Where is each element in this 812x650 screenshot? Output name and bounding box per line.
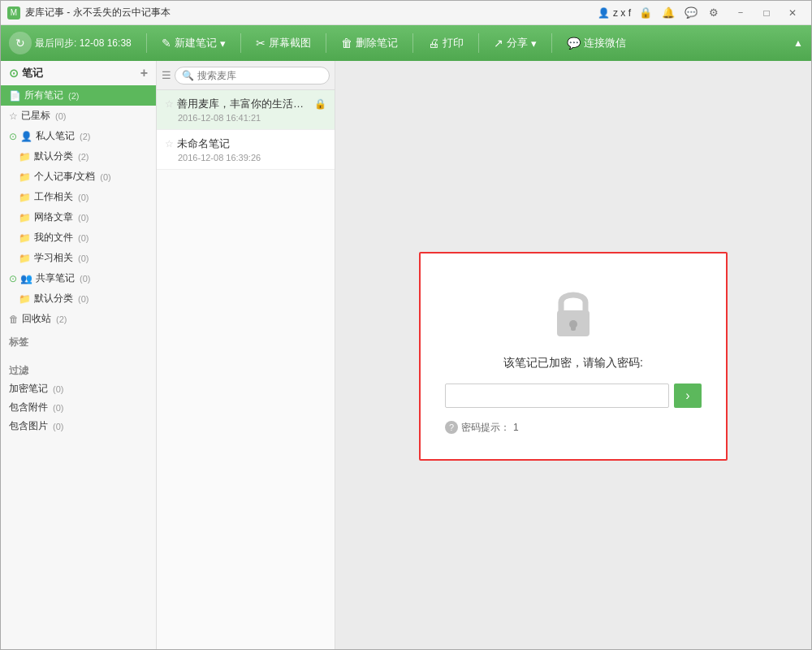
- sidebar-item-encrypted[interactable]: 加密笔记 (0): [1, 379, 156, 398]
- dialog-message: 该笔记已加密，请输入密码:: [503, 356, 643, 370]
- all-notes-label: 所有笔记: [24, 89, 63, 102]
- note-star-2[interactable]: ☆: [165, 138, 174, 150]
- bell-icon[interactable]: 🔔: [660, 5, 676, 21]
- document-icon: 📄: [9, 90, 21, 102]
- my-files-count: (0): [78, 233, 89, 243]
- trash-count: (2): [56, 314, 67, 324]
- delete-icon: 🗑: [341, 37, 352, 50]
- shared-expand-icon: ⊙: [9, 273, 17, 284]
- add-note-button[interactable]: +: [140, 66, 148, 80]
- private-notes-label: 私人笔记: [36, 129, 75, 143]
- sidebar-item-trash[interactable]: 🗑 回收站 (2): [1, 309, 156, 329]
- attachment-count: (0): [53, 403, 63, 413]
- new-note-dropdown-icon: ▾: [220, 37, 226, 50]
- toolbar-separator-4: [412, 33, 413, 53]
- search-input[interactable]: [197, 70, 322, 81]
- collapse-button[interactable]: ▲: [793, 37, 803, 49]
- window-controls: － □ ✕: [728, 5, 805, 21]
- svg-rect-2: [571, 324, 576, 331]
- note-star-1[interactable]: ☆: [165, 98, 174, 110]
- note-date-2: 2016-12-08 16:39:26: [165, 153, 326, 162]
- print-button[interactable]: 🖨 打印: [420, 32, 472, 54]
- password-submit-button[interactable]: ›: [674, 384, 702, 408]
- shared-notes-count: (0): [80, 274, 90, 284]
- personal-docs-label: 个人记事/文档: [34, 170, 95, 184]
- search-box[interactable]: 🔍: [175, 67, 330, 84]
- toolbar-separator-6: [551, 33, 552, 53]
- sidebar-item-starred[interactable]: ☆ 已星标 (0): [1, 106, 156, 126]
- sidebar-item-with-attachment[interactable]: 包含附件 (0): [1, 398, 156, 417]
- trash-icon: 🗑: [9, 314, 19, 325]
- default-category-label: 默认分类: [34, 150, 73, 163]
- app-icon: M: [7, 6, 20, 20]
- web-articles-count: (0): [78, 213, 89, 223]
- sidebar-item-with-images[interactable]: 包含图片 (0): [1, 417, 156, 436]
- sidebar-item-shared-notes[interactable]: ⊙ 👥 共享笔记 (0): [1, 268, 156, 288]
- toolbar-separator-5: [478, 33, 479, 53]
- private-expand-icon: ⊙: [9, 131, 17, 142]
- new-note-label: 新建笔记: [175, 36, 217, 50]
- screenshot-label: 屏幕截图: [269, 36, 311, 50]
- screenshot-icon: ✂: [256, 37, 266, 50]
- encrypted-count: (0): [53, 384, 63, 394]
- hint-label: 密码提示：: [461, 421, 510, 435]
- maximize-button[interactable]: □: [754, 5, 779, 21]
- title-bar-left: M 麦库记事 - 永不丢失的云中记事本: [7, 6, 171, 20]
- shared-notes-label: 共享笔记: [36, 271, 75, 285]
- folder-icon-6: 📁: [19, 253, 31, 264]
- study-related-count: (0): [78, 254, 89, 263]
- folder-icon-5: 📁: [19, 232, 31, 244]
- delete-note-button[interactable]: 🗑 删除笔记: [333, 32, 406, 54]
- message-icon[interactable]: 💬: [683, 5, 699, 21]
- note-list-toolbar: ☰ 🔍: [157, 61, 335, 90]
- wechat-button[interactable]: 💬 连接微信: [559, 32, 634, 54]
- folder-icon-3: 📁: [19, 192, 31, 203]
- tags-section: 标签: [1, 329, 156, 351]
- settings-icon[interactable]: ⚙: [706, 5, 722, 21]
- notes-expand-icon[interactable]: ⊙: [9, 67, 19, 80]
- sidebar-item-web-articles[interactable]: 📁 网络文章 (0): [1, 207, 156, 228]
- note-item-2[interactable]: ☆ 未命名笔记 2016-12-08 16:39:26: [157, 130, 335, 170]
- sidebar-item-shared-default[interactable]: 📁 默认分类 (0): [1, 288, 156, 309]
- notes-section-header: ⊙ 笔记 +: [1, 61, 156, 85]
- screenshot-button[interactable]: ✂ 屏幕截图: [248, 32, 319, 54]
- toolbar-separator-1: [146, 33, 147, 53]
- star-icon: ☆: [9, 110, 18, 122]
- images-count: (0): [53, 422, 63, 431]
- share-dropdown-icon: ▾: [531, 37, 537, 50]
- list-view-icon[interactable]: ☰: [162, 69, 171, 81]
- starred-count: (0): [55, 111, 66, 121]
- my-files-label: 我的文件: [34, 231, 73, 245]
- note-lock-icon-1: 🔒: [314, 98, 326, 110]
- close-button[interactable]: ✕: [780, 5, 805, 21]
- lock-icon-wrapper: [549, 286, 598, 343]
- note-item-1[interactable]: ☆ 善用麦库，丰富你的生活，辅... 🔒 2016-12-08 16:41:21: [157, 90, 335, 130]
- sidebar-item-all-notes[interactable]: 📄 所有笔记 (2): [1, 85, 156, 106]
- attachment-label: 包含附件: [9, 401, 48, 414]
- password-dialog: 该笔记已加密，请输入密码: › ? 密码提示： 1: [419, 252, 728, 461]
- search-icon: 🔍: [182, 70, 194, 81]
- toolbar-separator-2: [240, 33, 241, 53]
- sidebar-item-study-related[interactable]: 📁 学习相关 (0): [1, 248, 156, 268]
- filter-label: 过滤: [9, 365, 28, 376]
- sidebar-item-default-category[interactable]: 📁 默认分类 (2): [1, 146, 156, 167]
- trash-label: 回收站: [22, 312, 51, 326]
- sidebar-item-work-related[interactable]: 📁 工作相关 (0): [1, 187, 156, 207]
- security-icon[interactable]: 🔒: [637, 5, 654, 21]
- work-related-count: (0): [78, 193, 89, 202]
- password-input[interactable]: [445, 384, 669, 408]
- sidebar-item-private-notes[interactable]: ⊙ 👤 私人笔记 (2): [1, 126, 156, 146]
- window-title: 麦库记事 - 永不丢失的云中记事本: [25, 6, 171, 20]
- private-notes-count: (2): [80, 132, 90, 141]
- username: z x f: [613, 7, 631, 19]
- sidebar-item-personal-docs[interactable]: 📁 个人记事/文档 (0): [1, 167, 156, 187]
- sidebar-item-my-files[interactable]: 📁 我的文件 (0): [1, 228, 156, 248]
- share-button[interactable]: ↗ 分享 ▾: [486, 32, 545, 54]
- images-label: 包含图片: [9, 419, 48, 433]
- new-note-button[interactable]: ✎ 新建笔记 ▾: [153, 32, 234, 54]
- folder-icon-2: 📁: [19, 171, 31, 183]
- wechat-label: 连接微信: [584, 36, 626, 50]
- spacer: [1, 351, 156, 358]
- minimize-button[interactable]: －: [728, 5, 753, 21]
- wechat-icon: 💬: [567, 37, 581, 50]
